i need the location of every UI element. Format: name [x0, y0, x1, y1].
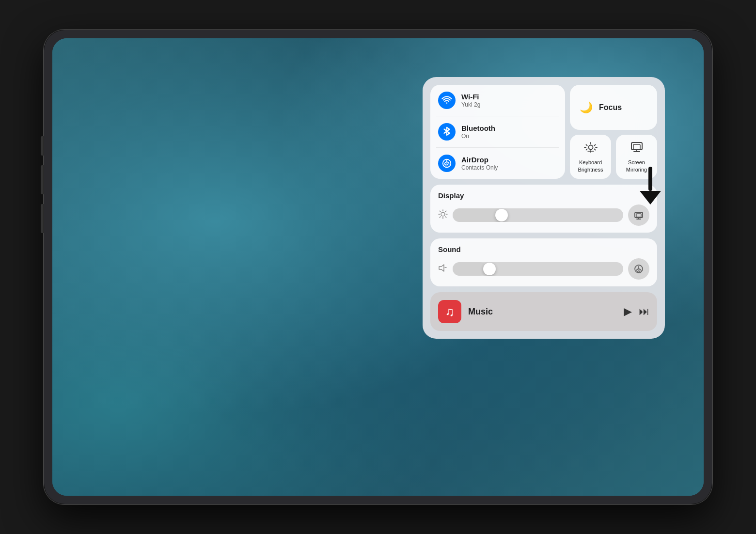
- divider-2: [436, 147, 559, 148]
- brightness-slider[interactable]: [453, 208, 623, 222]
- volume-thumb: [483, 263, 496, 275]
- svg-line-25: [440, 217, 441, 218]
- wifi-sub: Yuki 2g: [461, 101, 480, 108]
- wifi-text: Wi-Fi Yuki 2g: [461, 93, 480, 108]
- connectivity-tile: Wi-Fi Yuki 2g Bluetooth: [430, 85, 565, 179]
- divider-1: [436, 116, 559, 116]
- brightness-thumb: [495, 209, 508, 221]
- bluetooth-sub: On: [461, 133, 495, 140]
- screen-mirroring-icon: [630, 141, 644, 156]
- small-tiles-row: KeyboardBrightness: [570, 135, 657, 179]
- display-slider-row: [438, 204, 649, 226]
- airdrop-name: AirDrop: [461, 156, 498, 164]
- play-button[interactable]: ▶: [624, 305, 632, 318]
- svg-line-22: [440, 211, 441, 212]
- svg-line-23: [445, 217, 446, 218]
- wifi-name: Wi-Fi: [461, 93, 480, 101]
- skip-forward-button[interactable]: ⏭: [639, 305, 649, 318]
- top-row: Wi-Fi Yuki 2g Bluetooth: [430, 85, 657, 179]
- airdrop-icon: [438, 155, 456, 172]
- wifi-item[interactable]: Wi-Fi Yuki 2g: [438, 92, 557, 109]
- svg-rect-27: [636, 214, 641, 217]
- svg-line-5: [586, 145, 587, 146]
- svg-point-0: [446, 102, 448, 104]
- svg-line-10: [594, 145, 595, 146]
- bluetooth-icon: [438, 123, 456, 141]
- music-note-icon: ♫: [445, 304, 455, 319]
- svg-point-17: [441, 212, 445, 216]
- side-button-vol-up: [41, 165, 44, 194]
- side-button-vol-down: [41, 204, 44, 233]
- focus-tile[interactable]: 🌙 Focus: [570, 85, 657, 130]
- airdrop-sub: Contacts Only: [461, 164, 498, 171]
- volume-icon: [438, 263, 448, 275]
- sound-slider-row: [438, 258, 649, 280]
- bluetooth-name: Bluetooth: [461, 124, 495, 133]
- sound-section: Sound: [430, 238, 657, 286]
- wifi-icon: [438, 92, 456, 109]
- keyboard-brightness-icon: [584, 141, 598, 156]
- svg-line-6: [594, 149, 595, 150]
- ipad-screen: Wi-Fi Yuki 2g Bluetooth: [52, 38, 704, 496]
- brightness-icon: [438, 209, 448, 221]
- keyboard-brightness-tile[interactable]: KeyboardBrightness: [570, 135, 611, 179]
- screen-mirroring-label: ScreenMirroring: [626, 159, 647, 173]
- music-section: ♫ Music ▶ ⏭: [430, 292, 657, 331]
- volume-fill: [453, 262, 487, 276]
- svg-line-24: [445, 211, 446, 212]
- svg-point-33: [638, 272, 639, 273]
- keyboard-brightness-label: KeyboardBrightness: [578, 159, 603, 173]
- side-button-silent: [41, 136, 44, 156]
- svg-rect-14: [633, 144, 640, 149]
- svg-point-2: [446, 165, 447, 166]
- ipad-frame: Wi-Fi Yuki 2g Bluetooth: [44, 30, 712, 504]
- airdrop-item[interactable]: AirDrop Contacts Only: [438, 155, 557, 172]
- screen-mirroring-tile[interactable]: ScreenMirroring: [616, 135, 657, 179]
- svg-point-11: [588, 145, 593, 150]
- svg-marker-30: [439, 265, 444, 271]
- focus-label: Focus: [599, 103, 622, 112]
- display-section: Display: [430, 185, 657, 233]
- music-label: Music: [468, 307, 617, 317]
- sound-title: Sound: [438, 245, 649, 253]
- volume-slider[interactable]: [453, 262, 623, 276]
- display-action-btn[interactable]: [628, 204, 649, 226]
- airplay-audio-btn[interactable]: [628, 258, 649, 280]
- music-app-icon: ♫: [438, 300, 461, 323]
- control-center-panel: Wi-Fi Yuki 2g Bluetooth: [423, 77, 665, 339]
- right-col: 🌙 Focus: [570, 85, 657, 179]
- display-title: Display: [438, 191, 649, 200]
- airdrop-text: AirDrop Contacts Only: [461, 156, 498, 171]
- bluetooth-text: Bluetooth On: [461, 124, 495, 140]
- moon-icon: 🌙: [579, 100, 593, 115]
- bluetooth-item[interactable]: Bluetooth On: [438, 123, 557, 141]
- svg-line-9: [586, 149, 587, 150]
- music-controls: ▶ ⏭: [624, 305, 649, 318]
